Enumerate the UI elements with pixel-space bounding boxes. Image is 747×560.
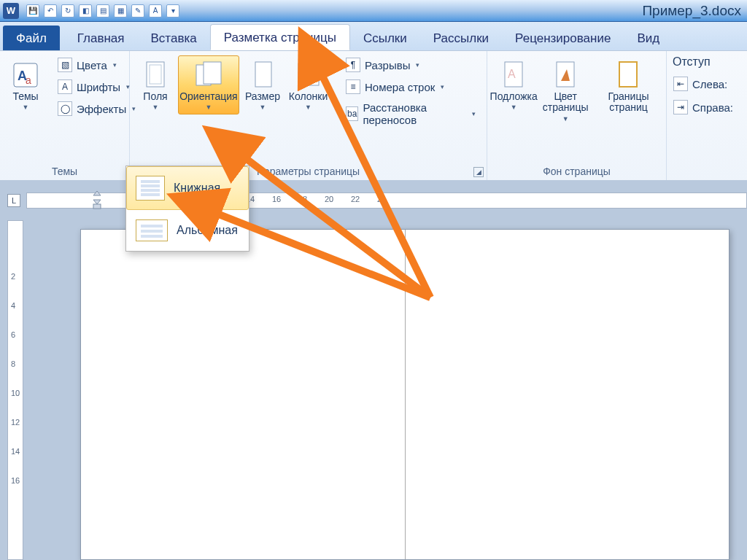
hyphenation-button[interactable]: ba Расстановка переносов ▾ (341, 99, 481, 128)
chevron-down-icon: ▾ (441, 83, 444, 90)
tab-references[interactable]: Ссылки (350, 26, 420, 50)
tab-page-layout[interactable]: Разметка страницы (210, 24, 350, 50)
line-numbers-button[interactable]: ≡ Номера строк ▾ (341, 77, 481, 96)
ruler-tick: 12 (11, 418, 20, 427)
orientation-dropdown: Книжная Альбомная (125, 166, 249, 252)
chevron-down-icon: ▼ (259, 104, 266, 111)
group-page-background: A Подложка ▼ Цвет страницы ▼ Границы стр… (487, 51, 667, 180)
page-color-icon (549, 59, 581, 91)
theme-fonts-button[interactable]: A Шрифты ▾ (53, 77, 141, 96)
watermark-icon: A (498, 59, 530, 91)
ruler-tick: 8 (11, 359, 15, 368)
columns-button[interactable]: Колонки ▼ (286, 55, 330, 114)
tab-file[interactable]: Файл (3, 26, 60, 50)
group-indent-label (673, 163, 741, 180)
themes-label: Темы (12, 91, 38, 102)
tab-review[interactable]: Рецензирование (502, 26, 624, 50)
theme-effects-label: Эффекты (77, 103, 126, 115)
svg-rect-7 (255, 62, 271, 87)
page-setup-launcher-icon[interactable]: ◢ (473, 167, 484, 177)
vertical-ruler[interactable]: 2 4 6 8 10 12 14 16 (7, 220, 23, 560)
qat-icon[interactable]: ✎ (131, 4, 144, 18)
orientation-label: Ориентация (179, 91, 237, 102)
chevron-down-icon: ▼ (511, 104, 517, 111)
group-indent: Отступ ⇤ Слева: ⇥ Справа: (667, 51, 747, 180)
word-app-icon: W (3, 3, 19, 19)
font-icon: A (58, 79, 72, 94)
tab-mailings[interactable]: Рассылки (420, 26, 502, 50)
group-page-setup: Поля ▼ Ориентация ▼ Размер ▼ Колонки ▼ ¶ (130, 51, 487, 180)
qat-icon[interactable]: ▤ (96, 4, 109, 18)
chevron-down-icon: ▼ (23, 104, 29, 111)
watermark-label: Подложка (490, 91, 538, 102)
page-borders-button[interactable]: Границы страниц (597, 55, 660, 117)
landscape-page-icon (136, 219, 168, 241)
ruler-tick: 4 (11, 301, 15, 310)
indent-right-row[interactable]: ⇥ Справа: (673, 99, 734, 115)
orientation-portrait-item[interactable]: Книжная (126, 166, 249, 210)
effects-icon: ◯ (58, 101, 72, 116)
document-title: Пример_3.docx (642, 0, 741, 22)
line-numbers-label: Номера строк (365, 81, 435, 93)
svg-marker-15 (93, 200, 101, 204)
chevron-down-icon: ▾ (113, 61, 117, 69)
themes-button[interactable]: Aa Темы ▼ (6, 55, 45, 114)
qat-icon[interactable]: ◧ (79, 4, 92, 18)
orientation-landscape-item[interactable]: Альбомная (126, 210, 249, 251)
group-themes-label: Темы (6, 163, 123, 180)
themes-icon: Aa (9, 59, 42, 91)
orientation-button[interactable]: Ориентация ▼ (178, 55, 239, 114)
svg-rect-13 (619, 62, 637, 87)
theme-colors-button[interactable]: ▧ Цвета ▾ (53, 55, 141, 74)
breaks-label: Разрывы (365, 59, 410, 71)
palette-icon: ▧ (58, 58, 72, 72)
qat-icon[interactable]: ▾ (166, 4, 179, 18)
hyphenation-label: Расстановка переносов (363, 101, 466, 126)
document-page[interactable] (80, 229, 729, 560)
qat-icon[interactable]: ▦ (114, 4, 127, 18)
ruler-tick: 20 (325, 195, 333, 203)
ruler-tick: 2 (11, 272, 15, 281)
svg-rect-6 (204, 62, 221, 84)
chevron-down-icon: ▾ (416, 61, 419, 69)
indent-left-label: Слева: (692, 78, 727, 90)
ribbon-tabs: Файл Главная Вставка Разметка страницы С… (0, 22, 747, 51)
indent-left-row[interactable]: ⇤ Слева: (673, 76, 728, 92)
watermark-button[interactable]: A Подложка ▼ (493, 55, 534, 114)
ruler-tick: 10 (11, 389, 20, 397)
columns-label: Колонки (289, 91, 328, 102)
qat-save-icon[interactable]: 💾 (26, 4, 39, 18)
qat-undo-icon[interactable]: ↶ (44, 4, 57, 18)
orientation-portrait-label: Книжная (174, 182, 220, 195)
theme-colors-label: Цвета (77, 59, 107, 71)
page-color-label: Цвет страницы (542, 91, 589, 114)
theme-effects-button[interactable]: ◯ Эффекты ▾ (53, 99, 141, 118)
page-column-divider (405, 230, 406, 559)
ribbon: Aa Темы ▼ ▧ Цвета ▾ A Шрифты ▾ ◯ Эфф (0, 51, 747, 181)
indent-left-icon: ⇤ (673, 77, 688, 91)
ruler-tick: 16 (272, 195, 281, 203)
columns-icon (293, 59, 325, 91)
line-numbers-icon: ≡ (346, 79, 360, 94)
qat-icon[interactable]: A (149, 4, 162, 18)
ruler-tick: 16 (11, 476, 20, 485)
page-borders-icon (612, 59, 644, 91)
orientation-icon (193, 59, 225, 91)
margins-button[interactable]: Поля ▼ (136, 55, 175, 114)
tab-view[interactable]: Вид (624, 26, 673, 50)
size-icon (247, 59, 279, 91)
quick-access-toolbar: 💾 ↶ ↻ ◧ ▤ ▦ ✎ A ▾ (26, 4, 179, 18)
indent-right-icon: ⇥ (673, 100, 688, 114)
qat-redo-icon[interactable]: ↻ (61, 4, 74, 18)
tab-insert[interactable]: Вставка (138, 26, 210, 50)
tab-selector-icon[interactable]: L (7, 194, 20, 207)
svg-marker-14 (93, 191, 101, 195)
size-button[interactable]: Размер ▼ (242, 55, 283, 114)
ruler-tick: 18 (298, 195, 307, 203)
indent-marker-icon[interactable] (92, 190, 102, 210)
chevron-down-icon: ▾ (472, 110, 476, 117)
ruler-tick: 14 (11, 447, 20, 456)
breaks-button[interactable]: ¶ Разрывы ▾ (341, 55, 481, 74)
page-color-button[interactable]: Цвет страницы ▼ (537, 55, 594, 126)
tab-home[interactable]: Главная (64, 26, 138, 50)
